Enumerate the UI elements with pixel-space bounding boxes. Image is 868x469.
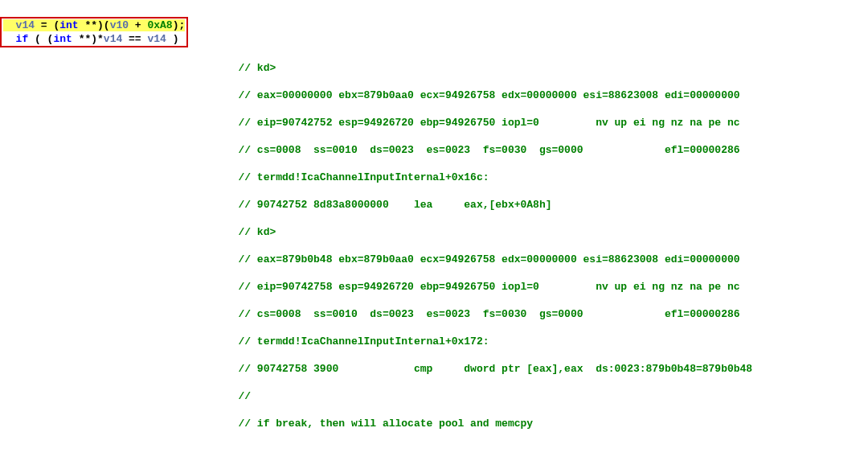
comment-line: // eip=90742752 esp=94926720 ebp=9492675… bbox=[0, 116, 868, 130]
comment-line: // kd> bbox=[0, 225, 868, 239]
comment-line: // eip=90742758 esp=94926720 ebp=9492675… bbox=[0, 280, 868, 294]
comment-line: // eax=00000000 ebx=879b0aa0 ecx=9492675… bbox=[0, 88, 868, 102]
comment-line: // termdd!IcaChannelInputInternal+0x16c: bbox=[0, 171, 868, 184]
decompiled-code-view: v14 = (int **)(v10 + 0xA8); if ( (int **… bbox=[0, 0, 868, 469]
comment-line: // cs=0008 ss=0010 ds=0023 es=0023 fs=00… bbox=[0, 307, 868, 321]
comment-line: // cs=0008 ss=0010 ds=0023 es=0023 fs=00… bbox=[0, 143, 868, 157]
comment-line: // bbox=[0, 389, 868, 403]
comment-line: // 90742758 3900 cmp dword ptr [eax],eax… bbox=[0, 362, 868, 376]
comment-line: // if break, then will allocate pool and… bbox=[0, 417, 868, 430]
comment-line: // 90742752 8d83a8000000 lea eax,[ebx+0A… bbox=[0, 198, 868, 212]
highlight-box-1: v14 = (int **)(v10 + 0xA8); if ( (int **… bbox=[0, 17, 188, 47]
comment-line: // kd> bbox=[0, 61, 868, 75]
code-line: v14 = (int **)(v10 + 0xA8); if ( (int **… bbox=[0, 17, 868, 47]
comment-line: // eax=879b0b48 ebx=879b0aa0 ecx=9492675… bbox=[0, 253, 868, 266]
comment-line: // termdd!IcaChannelInputInternal+0x172: bbox=[0, 335, 868, 348]
blank-line bbox=[0, 444, 868, 458]
highlight-region: v14 = (int **)(v10 + 0xA8); bbox=[3, 19, 185, 31]
